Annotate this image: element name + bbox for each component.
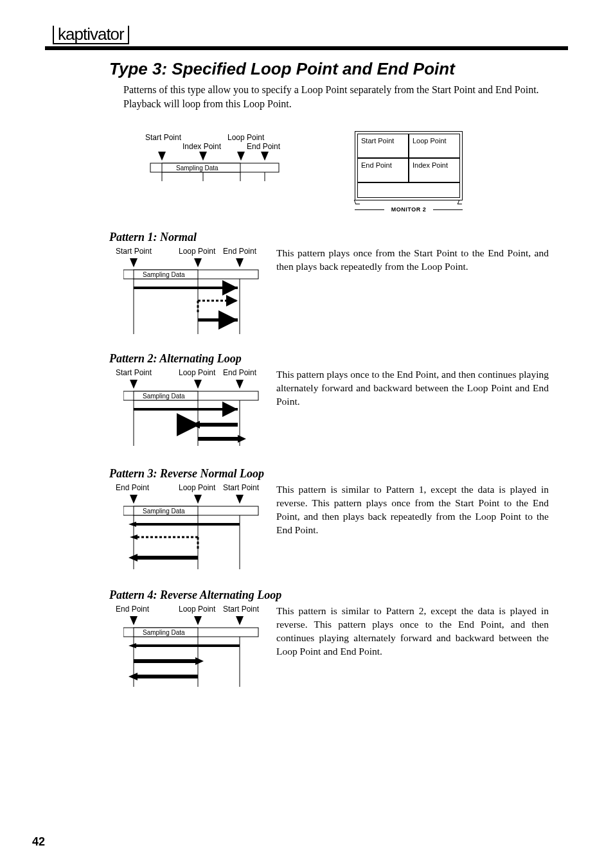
svg-marker-1: [199, 152, 207, 161]
pattern-title: Pattern 4: Reverse Alternating Loop: [109, 589, 549, 602]
svg-text:Sampling Data: Sampling Data: [143, 271, 185, 278]
svg-marker-66: [129, 643, 136, 648]
top-diagram: Start Point Loop Point Index Point End P…: [138, 131, 285, 189]
diagram-label: Loop Point: [179, 483, 215, 492]
svg-marker-12: [236, 258, 244, 267]
pattern-title: Pattern 1: Normal: [109, 231, 549, 244]
diagram-label: End Point: [116, 483, 149, 492]
svg-marker-55: [129, 554, 138, 562]
diagram-label: Start Point: [116, 247, 152, 256]
pattern-description: This pattern plays once from the Start P…: [276, 247, 549, 274]
label-loop-point: Loop Point: [227, 133, 265, 142]
svg-marker-56: [130, 616, 138, 625]
svg-marker-3: [261, 152, 269, 161]
pattern-description: This pattern is similar to Pattern 2, ex…: [276, 605, 549, 659]
diagram-label: Start Point: [223, 483, 259, 492]
pattern-description: This pattern plays once to the End Point…: [276, 368, 549, 409]
svg-marker-42: [236, 495, 244, 504]
svg-text:Sampling Data: Sampling Data: [143, 629, 185, 636]
monitor-caption: MONITOR 2: [355, 206, 463, 213]
svg-marker-11: [194, 258, 202, 267]
pattern-1-diagram: Start Point Loop Point End Point Samplin…: [123, 247, 265, 334]
page-number: 42: [32, 835, 45, 849]
label-sampling-data: Sampling Data: [176, 164, 218, 172]
pattern-description: This pattern is similar to Pattern 1, ex…: [276, 483, 549, 537]
svg-marker-70: [129, 673, 138, 680]
svg-marker-58: [236, 616, 244, 625]
label-start-point: Start Point: [145, 133, 182, 142]
svg-text:Sampling Data: Sampling Data: [143, 393, 185, 400]
svg-marker-57: [194, 616, 202, 625]
label-end-point: End Point: [247, 142, 281, 151]
diagram-label: End Point: [223, 247, 256, 256]
pattern-4-diagram: End Point Loop Point Start Point Samplin…: [123, 605, 265, 689]
svg-marker-37: [191, 421, 200, 429]
svg-marker-0: [158, 152, 166, 161]
pattern-2-diagram: Start Point Loop Point End Point Samplin…: [123, 368, 265, 449]
pattern-title: Pattern 2: Alternating Loop: [109, 352, 549, 366]
svg-text:Sampling Data: Sampling Data: [143, 508, 185, 515]
svg-marker-41: [194, 495, 202, 504]
svg-marker-10: [130, 258, 138, 267]
monitor-cell: Start Point: [357, 134, 409, 158]
svg-marker-40: [130, 495, 138, 504]
pattern-3-diagram: End Point Loop Point Start Point Samplin…: [123, 483, 265, 571]
diagram-label: Start Point: [223, 605, 259, 614]
diagram-label: Loop Point: [179, 605, 215, 614]
pattern-title: Pattern 3: Reverse Normal Loop: [109, 467, 549, 481]
diagram-label: Loop Point: [179, 247, 215, 256]
diagram-label: Loop Point: [179, 368, 215, 377]
diagram-label: Start Point: [116, 368, 152, 377]
svg-marker-2: [237, 152, 245, 161]
section-title: Type 3: Specified Loop Point and End Poi…: [109, 59, 549, 79]
label-index-point: Index Point: [182, 142, 222, 151]
svg-marker-25: [194, 380, 202, 389]
svg-marker-68: [195, 657, 204, 665]
svg-marker-24: [130, 380, 138, 389]
diagram-label: End Point: [223, 368, 256, 377]
monitor-cell: End Point: [357, 158, 409, 182]
brand-logo: kaptivator: [53, 26, 129, 44]
monitor-cell-empty: [357, 182, 460, 198]
svg-marker-26: [236, 380, 244, 389]
monitor-cell: Index Point: [409, 158, 460, 182]
monitor-panel: Start Point Loop Point End Point Index P…: [355, 131, 463, 213]
svg-marker-39: [238, 435, 246, 443]
header-divider: [45, 46, 568, 50]
diagram-label: End Point: [116, 605, 149, 614]
section-intro: Patterns of this type allow you to speci…: [123, 83, 549, 112]
svg-marker-50: [129, 522, 136, 527]
monitor-cell: Loop Point: [409, 134, 460, 158]
